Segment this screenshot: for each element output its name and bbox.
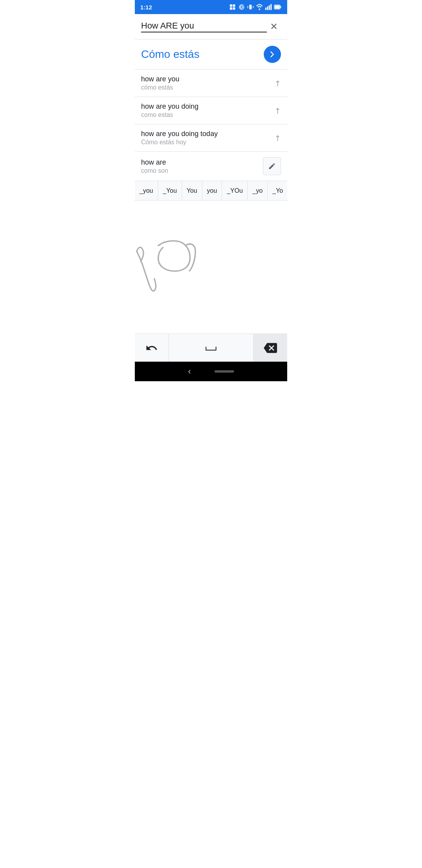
suggestion-item-1[interactable]: how are you cómo estás ↗ <box>135 70 287 97</box>
backspace-icon <box>264 341 277 355</box>
word-suggestions-bar: _you _You You you _YOu _yo _Yo ⋮ <box>135 181 287 201</box>
home-indicator[interactable] <box>215 370 234 373</box>
space-button[interactable] <box>169 334 254 362</box>
signal-icon <box>265 4 272 11</box>
suggestion-item-2[interactable]: how are you doing como estas ↗ <box>135 97 287 124</box>
svg-rect-0 <box>230 4 232 7</box>
navigation-bar: ‹ <box>135 362 287 381</box>
vibrate-icon <box>247 4 254 11</box>
undo-button[interactable] <box>135 334 169 362</box>
search-bar: ✕ <box>135 14 287 39</box>
status-time: 1:12 <box>140 4 152 11</box>
word-chip-4[interactable]: _YOu <box>222 181 248 200</box>
up-left-arrow-icon-3: ↗ <box>272 132 283 143</box>
suggestion-item-4[interactable]: how are como son <box>135 152 287 181</box>
status-bar: 1:12 <box>135 0 287 14</box>
space-icon <box>205 344 217 352</box>
suggestion-sub-4: como son <box>141 167 168 174</box>
svg-point-8 <box>259 9 260 10</box>
close-icon: ✕ <box>270 21 278 32</box>
keyboard-bar <box>135 334 287 362</box>
suggestion-item-3[interactable]: how are you doing today Cómo estás hoy ↗ <box>135 124 287 152</box>
arrow-right-icon <box>268 50 277 59</box>
svg-rect-12 <box>270 4 272 10</box>
word-chip-5[interactable]: _yo <box>248 181 268 200</box>
word-chip-2[interactable]: You <box>182 181 202 200</box>
svg-rect-10 <box>267 7 268 10</box>
backspace-button[interactable] <box>254 334 287 362</box>
svg-point-4 <box>240 6 243 8</box>
word-chip-0[interactable]: _you <box>135 181 158 200</box>
word-chip-1[interactable]: _You <box>158 181 182 200</box>
back-button[interactable]: ‹ <box>188 366 191 377</box>
svg-rect-14 <box>275 5 280 9</box>
undo-icon <box>145 342 158 354</box>
suggestions-list: how are you cómo estás ↗ how are you doi… <box>135 70 287 181</box>
suggestion-main-4: how are <box>141 158 168 167</box>
suggestion-main-2: how are you doing <box>141 102 198 111</box>
pencil-icon <box>268 162 276 170</box>
svg-rect-7 <box>253 6 254 8</box>
svg-rect-11 <box>269 5 270 10</box>
suggestion-main-1: how are you <box>141 75 179 83</box>
suggestion-main-3: how are you doing today <box>141 130 218 138</box>
word-chip-3[interactable]: you <box>202 181 222 200</box>
svg-rect-2 <box>230 7 232 10</box>
search-input[interactable] <box>141 21 267 32</box>
svg-rect-5 <box>249 5 252 9</box>
handwriting-area[interactable] <box>135 201 287 334</box>
handwriting-strokes <box>135 201 287 334</box>
suggestion-sub-1: cómo estás <box>141 84 179 91</box>
svg-rect-9 <box>265 8 266 10</box>
at-icon <box>238 4 245 11</box>
svg-rect-15 <box>280 6 281 8</box>
translation-text: Cómo estás <box>141 48 199 61</box>
edit-button[interactable] <box>263 157 281 175</box>
handwriting-canvas[interactable] <box>135 201 287 334</box>
suggestion-sub-2: como estas <box>141 111 198 118</box>
suggestion-sub-3: Cómo estás hoy <box>141 139 218 146</box>
battery-icon <box>274 4 282 11</box>
translation-result[interactable]: Cómo estás <box>135 39 287 70</box>
svg-rect-3 <box>233 7 235 10</box>
up-left-arrow-icon-2: ↗ <box>272 105 283 116</box>
word-chip-6[interactable]: _Yo <box>268 181 287 200</box>
status-icons <box>229 4 282 11</box>
wifi-icon <box>256 4 263 11</box>
close-button[interactable]: ✕ <box>267 20 281 34</box>
svg-rect-1 <box>233 4 235 7</box>
svg-rect-6 <box>248 6 249 8</box>
notification-icon <box>229 4 236 11</box>
go-button[interactable] <box>264 46 281 63</box>
up-left-arrow-icon-1: ↗ <box>272 77 283 89</box>
